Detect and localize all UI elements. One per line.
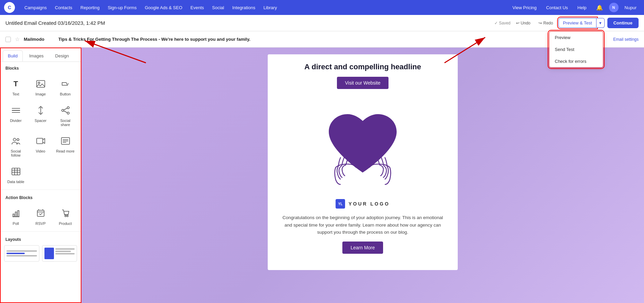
block-data-table[interactable]: Data table xyxy=(4,162,27,187)
email-body-text: Congratulations on the beginning of your… xyxy=(268,211,458,242)
nav-events[interactable]: Events xyxy=(186,0,208,15)
nav-google-ads[interactable]: Google Ads & SEO xyxy=(141,0,187,15)
nav-contacts[interactable]: Contacts xyxy=(51,0,76,15)
email-logo-row: YL YOUR LOGO xyxy=(268,196,458,211)
svg-rect-0 xyxy=(37,81,45,87)
social-share-block-label: Social share xyxy=(56,119,75,127)
continue-button[interactable]: Continue xyxy=(607,18,639,28)
user-avatar[interactable]: N xyxy=(609,3,619,12)
button-block-icon xyxy=(59,78,72,90)
email-checkbox[interactable] xyxy=(5,37,11,42)
block-video[interactable]: Video xyxy=(29,131,52,160)
redo-button[interactable]: ↪ Redo xyxy=(536,19,556,27)
image-block-icon xyxy=(35,78,47,90)
spacer-block-label: Spacer xyxy=(35,119,46,123)
nav-user-name[interactable]: Nupur xyxy=(621,0,640,15)
button-block-label: Button xyxy=(60,92,71,96)
blocks-grid: T Text Image xyxy=(0,73,81,188)
block-poll[interactable]: Poll xyxy=(4,203,27,229)
video-block-label: Video xyxy=(36,149,45,153)
nav-library[interactable]: Library xyxy=(259,0,281,15)
svg-rect-14 xyxy=(37,138,43,144)
svg-point-7 xyxy=(67,107,69,109)
nav-contact-us[interactable]: Contact Us xyxy=(543,0,571,15)
dropdown-send-test[interactable]: Send Test xyxy=(549,43,603,55)
email-headline: A direct and compelling headline xyxy=(279,63,447,71)
toolbar-right: ✓ Saved ↩ Undo ↪ Redo Preview & Test ▾ C… xyxy=(494,18,639,28)
nav-help[interactable]: Help xyxy=(574,0,590,15)
block-text[interactable]: T Text xyxy=(4,74,27,99)
layout-two-col-accent[interactable] xyxy=(42,245,77,262)
nav-social[interactable]: Social xyxy=(208,0,228,15)
top-navigation: C Campaigns Contacts Reporting Sign-up F… xyxy=(0,0,644,15)
product-block-label: Product xyxy=(59,221,72,226)
email-from: Mailmodo xyxy=(24,37,54,42)
tab-images[interactable]: Images xyxy=(24,50,49,61)
layout-single-col[interactable] xyxy=(4,245,39,262)
block-divider[interactable]: Divider xyxy=(4,101,27,130)
email-header-section: A direct and compelling headline Visit o… xyxy=(268,54,458,94)
svg-point-33 xyxy=(67,215,68,217)
data-table-block-label: Data table xyxy=(7,180,24,184)
block-spacer[interactable]: Spacer xyxy=(29,101,52,130)
undo-button[interactable]: ↩ Undo xyxy=(513,19,533,27)
nav-signup-forms[interactable]: Sign-up Forms xyxy=(103,0,140,15)
block-product[interactable]: Product xyxy=(54,203,77,229)
preview-test-group: Preview & Test ▾ xyxy=(558,18,605,28)
email-settings-link[interactable]: Email settings xyxy=(613,37,639,42)
preview-test-caret-button[interactable]: ▾ xyxy=(596,18,605,28)
layouts-divider xyxy=(0,231,81,232)
dropdown-preview[interactable]: Preview xyxy=(549,32,603,43)
block-image[interactable]: Image xyxy=(29,74,52,99)
block-read-more[interactable]: Read more xyxy=(54,131,77,160)
social-follow-block-label: Social follow xyxy=(6,149,25,157)
nav-campaigns[interactable]: Campaigns xyxy=(20,0,51,15)
nav-integrations[interactable]: Integrations xyxy=(228,0,259,15)
learn-more-button[interactable]: Learn More xyxy=(342,242,383,254)
bell-notification-icon[interactable]: 🔔 xyxy=(593,0,606,15)
email-canvas-area: A direct and compelling headline Visit o… xyxy=(81,48,644,303)
tab-design[interactable]: Design xyxy=(50,50,74,61)
rsvp-block-label: RSVP xyxy=(36,221,46,226)
nav-reporting[interactable]: Reporting xyxy=(76,0,103,15)
social-share-block-icon xyxy=(59,104,72,117)
block-social-share[interactable]: Social share xyxy=(54,101,77,130)
svg-point-13 xyxy=(17,139,19,141)
image-block-label: Image xyxy=(35,92,46,96)
block-button[interactable]: Button xyxy=(54,74,77,99)
block-rsvp[interactable]: RSVP xyxy=(29,203,52,229)
tab-build[interactable]: Build xyxy=(3,50,23,61)
visit-website-button[interactable]: Visit our Website xyxy=(337,77,389,89)
dropdown-check-errors[interactable]: Check for errors xyxy=(549,55,603,67)
svg-rect-27 xyxy=(18,211,19,217)
email-title: Untitled Email Created 03/16/2023, 1:42 … xyxy=(5,20,490,26)
social-follow-block-icon xyxy=(10,135,22,147)
product-block-icon xyxy=(59,207,72,219)
divider-block-label: Divider xyxy=(10,119,21,123)
svg-line-10 xyxy=(64,108,67,110)
block-social-follow[interactable]: Social follow xyxy=(4,131,27,160)
email-logo-text: YOUR LOGO xyxy=(348,201,390,207)
read-more-block-icon xyxy=(59,135,72,147)
svg-point-9 xyxy=(67,112,69,114)
video-block-icon xyxy=(35,135,47,147)
svg-rect-28 xyxy=(37,210,44,216)
divider-block-icon xyxy=(10,104,22,117)
nav-view-pricing[interactable]: View Pricing xyxy=(509,0,540,15)
rsvp-block-icon xyxy=(35,207,47,219)
saved-status: ✓ Saved xyxy=(494,21,510,25)
blocks-section-title: Blocks xyxy=(0,62,81,73)
svg-line-11 xyxy=(64,111,67,113)
app-logo[interactable]: C xyxy=(4,2,15,13)
text-block-label: Text xyxy=(12,92,19,96)
email-canvas: A direct and compelling headline Visit o… xyxy=(268,54,458,270)
text-block-icon: T xyxy=(10,78,22,90)
preview-test-button[interactable]: Preview & Test xyxy=(558,18,596,28)
action-blocks-grid: Poll RSVP xyxy=(0,202,81,230)
email-subject: Tips & Tricks For Getting Through The Pr… xyxy=(58,37,250,42)
email-logo-box: YL xyxy=(336,199,345,209)
nav-right: View Pricing Contact Us Help 🔔 N Nupur xyxy=(509,0,640,15)
poll-block-label: Poll xyxy=(13,221,19,226)
left-sidebar: Build Images Design Blocks T Text xyxy=(0,48,81,303)
email-star-icon[interactable]: ☆ xyxy=(15,36,20,42)
